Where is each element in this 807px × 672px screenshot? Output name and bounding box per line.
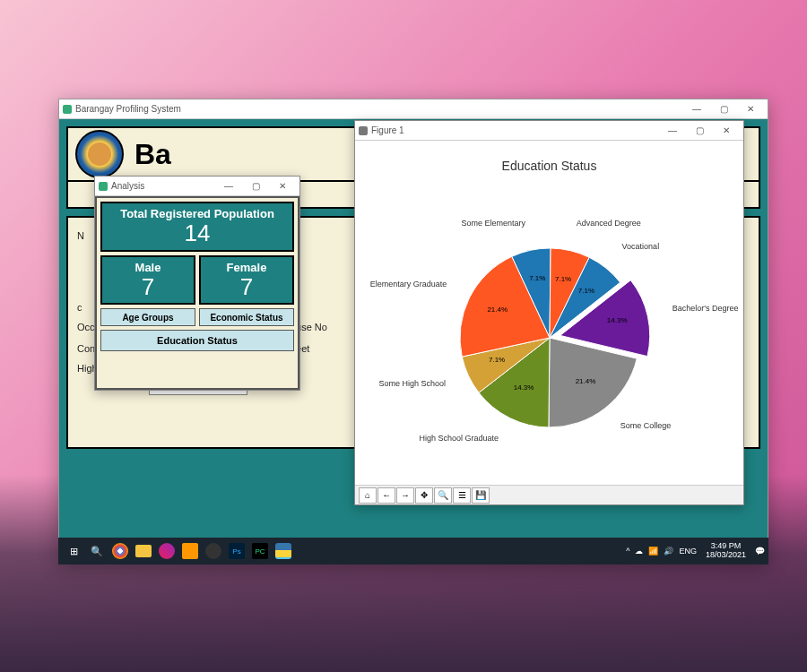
slice-pct: 7.1% — [488, 356, 504, 364]
total-population-value: 14 — [102, 220, 292, 246]
age-groups-button[interactable]: Age Groups — [100, 308, 195, 326]
chrome-icon[interactable] — [112, 543, 128, 559]
minimize-button[interactable]: — — [659, 122, 686, 140]
slice-pct: 14.3% — [606, 316, 627, 324]
figure-window: Figure 1 — ▢ ✕ Education Status 7.1%Some… — [354, 120, 744, 505]
save-icon[interactable]: 💾 — [472, 487, 490, 504]
female-box: Female 7 — [199, 255, 294, 306]
slice-label: Bachelor's Degree — [672, 304, 737, 313]
tray-lang[interactable]: ENG — [679, 547, 697, 556]
slice-label: Some High School — [378, 379, 446, 388]
female-label: Female — [201, 261, 292, 274]
maximize-button[interactable]: ▢ — [710, 100, 737, 118]
male-box: Male 7 — [100, 255, 195, 306]
slice-pct: 21.4% — [575, 377, 595, 385]
tray-wifi-icon[interactable]: 📶 — [648, 547, 658, 556]
slice-label: Vocational — [621, 242, 659, 251]
minimize-button[interactable]: — — [215, 177, 242, 195]
slice-label: Some Elementary — [461, 219, 525, 228]
start-button[interactable]: ⊞ — [62, 539, 85, 563]
barangay-logo — [75, 130, 124, 178]
tray-volume-icon[interactable]: 🔊 — [664, 547, 673, 556]
slice-pct: 7.1% — [529, 274, 545, 282]
slice-label: Elementary Graduate — [369, 280, 447, 289]
slice-pct: 14.3% — [513, 383, 534, 392]
pie-chart: 7.1%Some Elementary7.1%Advanced Degree7.… — [361, 181, 738, 486]
main-titlebar[interactable]: Barangay Profiling System — ▢ ✕ — [59, 99, 768, 119]
tray-clock[interactable]: 3:49 PM 18/03/2021 — [702, 542, 750, 560]
figure-window-title: Figure 1 — [371, 125, 659, 135]
python-icon[interactable] — [275, 543, 291, 559]
chart-title: Education Status — [355, 159, 743, 173]
slice-pct: 7.1% — [577, 287, 594, 295]
tray-cloud-icon[interactable]: ☁ — [635, 547, 643, 556]
tray-notifications-icon[interactable]: 💬 — [755, 547, 765, 556]
maximize-button[interactable]: ▢ — [242, 177, 269, 195]
pycharm-icon[interactable]: PC — [252, 543, 268, 559]
tray-chevron-icon[interactable]: ^ — [626, 547, 629, 556]
slice-pct: 7.1% — [554, 275, 570, 283]
analysis-window-title: Analysis — [111, 181, 215, 191]
matplotlib-toolbar: ⌂ ← → ✥ 🔍 ☰ 💾 — [355, 485, 743, 504]
total-population-label: Total Registered Population — [102, 207, 292, 220]
slice-label: High School Graduate — [419, 434, 499, 443]
pan-icon[interactable]: ✥ — [415, 487, 433, 504]
maximize-button[interactable]: ▢ — [686, 122, 713, 140]
female-value: 7 — [201, 274, 292, 300]
minimize-button[interactable]: — — [683, 100, 710, 118]
male-label: Male — [102, 261, 194, 274]
back-icon[interactable]: ← — [377, 487, 395, 504]
forward-icon[interactable]: → — [396, 487, 414, 504]
male-value: 7 — [102, 274, 194, 300]
slice-label: Some College — [620, 421, 671, 430]
app-icon-3[interactable] — [205, 543, 221, 559]
search-icon[interactable]: 🔍 — [85, 539, 108, 563]
photoshop-icon[interactable]: Ps — [229, 543, 245, 559]
configure-icon[interactable]: ☰ — [453, 487, 471, 504]
app-icon — [99, 182, 108, 191]
close-button[interactable]: ✕ — [713, 122, 740, 140]
figure-titlebar[interactable]: Figure 1 — ▢ ✕ — [355, 121, 743, 141]
app-icon — [63, 105, 72, 114]
slice-pct: 21.4% — [487, 306, 508, 314]
home-icon[interactable]: ⌂ — [359, 487, 377, 504]
app-icon-2[interactable] — [182, 543, 198, 559]
explorer-icon[interactable] — [135, 545, 152, 557]
app-header-title: Ba — [134, 138, 171, 171]
close-button[interactable]: ✕ — [269, 177, 296, 195]
slice-label: Advanced Degree — [576, 219, 640, 228]
economic-status-button[interactable]: Economic Status — [199, 308, 294, 326]
windows-taskbar: ⊞ 🔍 Ps PC ^ ☁ 📶 🔊 ENG 3:49 PM 18/03/2021… — [58, 538, 768, 564]
analysis-window: Analysis — ▢ ✕ Total Registered Populati… — [94, 176, 300, 391]
analysis-titlebar[interactable]: Analysis — ▢ ✕ — [95, 177, 299, 196]
chart-canvas: Education Status 7.1%Some Elementary7.1%… — [355, 141, 743, 485]
app-icon-1[interactable] — [159, 543, 175, 559]
main-window-title: Barangay Profiling System — [75, 104, 683, 114]
matplotlib-icon — [359, 126, 368, 135]
total-population-box: Total Registered Population 14 — [100, 202, 294, 252]
close-button[interactable]: ✕ — [737, 100, 764, 118]
education-status-button[interactable]: Education Status — [100, 330, 294, 351]
zoom-icon[interactable]: 🔍 — [434, 487, 452, 504]
